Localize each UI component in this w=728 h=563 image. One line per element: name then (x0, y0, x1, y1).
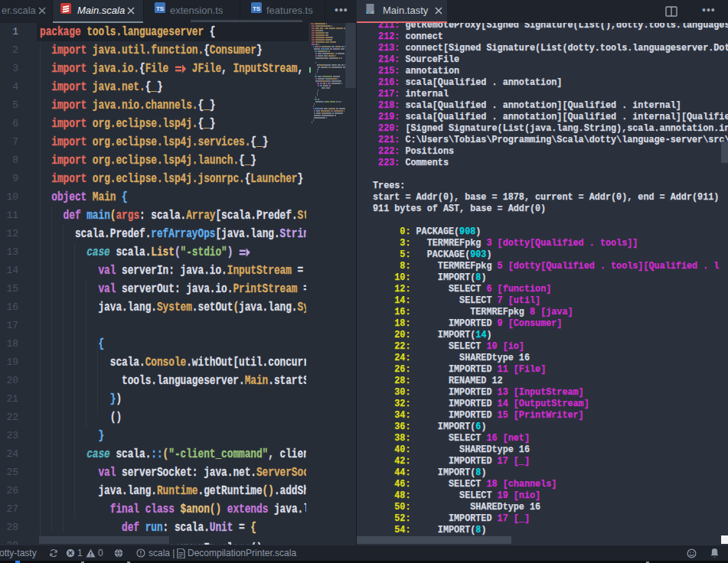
svg-text:TS: TS (253, 5, 261, 12)
svg-text:TS: TS (156, 5, 165, 12)
